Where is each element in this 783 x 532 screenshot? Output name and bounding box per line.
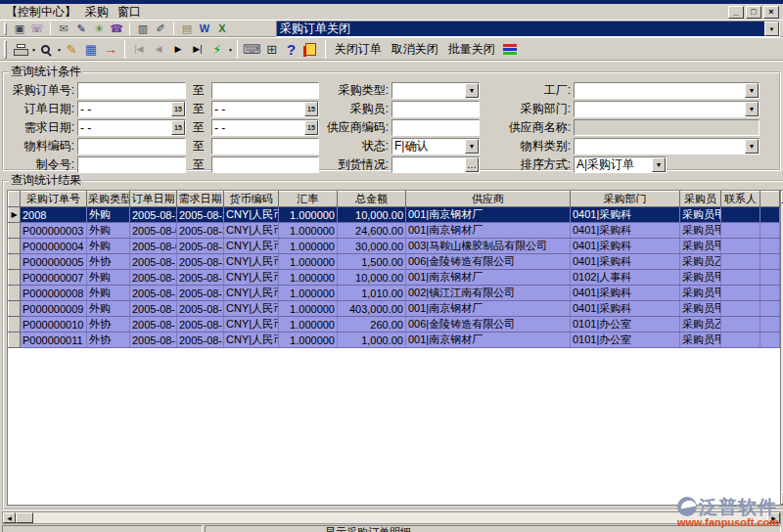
table-cell[interactable]: 2005-08-19 [177,332,224,348]
table-cell[interactable]: 1.000000 [279,301,338,317]
table-cell[interactable]: P000000005 [21,254,87,270]
table-cell[interactable]: CNY|人民币 [224,223,279,239]
column-header[interactable]: 采购部门 [571,192,680,207]
chevron-down-icon[interactable]: ▼ [745,83,759,98]
nav-last-icon[interactable]: ▶| [188,40,207,60]
horizontal-scrollbar[interactable]: ◀ ▶ [2,511,781,524]
order-no-from-input[interactable] [77,82,186,99]
table-cell[interactable]: 260.00 [338,317,406,332]
material-category-combo[interactable]: ▼ [574,138,760,155]
table-cell[interactable]: 采购员甲 [680,239,721,254]
table-cell[interactable]: 2005-08-22 [130,207,177,223]
table-cell[interactable]: CNY|人民币 [224,301,279,317]
order-date-from-input[interactable]: - - 15 [77,101,186,117]
status-combo[interactable]: F|确认 ▼ [392,138,480,155]
menu-purchase[interactable]: 采购 [83,3,115,22]
table-cell[interactable]: 006|金陵铸造有限公司 [406,254,571,270]
table-row[interactable]: ▶2008外购2005-08-222005-08-22CNY|人民币1.0000… [9,207,780,223]
table-cell[interactable]: 外协 [87,332,130,348]
menu-window[interactable]: 窗口 [115,3,148,22]
table-cell[interactable] [721,270,760,286]
table-cell[interactable]: 1.000000 [279,286,338,301]
table-cell[interactable]: 外协 [87,317,130,332]
calendar-icon[interactable]: 15 [171,102,185,116]
column-header[interactable]: 供应商 [406,192,571,207]
mo-no-from-input[interactable] [77,156,186,173]
contacts-icon[interactable]: ⌨ [242,40,262,60]
table-cell[interactable]: 0401|采购科 [571,254,680,270]
ellipsis-icon[interactable]: … [465,157,479,172]
chevron-down-icon[interactable]: ▼ [465,83,479,98]
print-icon[interactable] [11,40,30,60]
restore-button[interactable]: □ [746,6,761,19]
table-cell[interactable]: 2005-08-19 [177,317,224,332]
close-button[interactable]: × [763,6,779,19]
table-cell[interactable]: 1.000000 [279,254,338,270]
row-selector[interactable]: ▶ [9,207,21,223]
table-cell[interactable]: 外协 [87,254,130,270]
globe-icon[interactable]: ✳ [90,22,108,37]
results-grid-viewport[interactable]: 采购订单号采购类型订单日期需求日期货币编码汇率总金额供应商采购部门采购员联系人 … [8,191,780,505]
table-cell[interactable]: 2005-08-17 [177,270,224,286]
table-cell[interactable]: 1,500.00 [338,254,406,270]
table-cell[interactable]: CNY|人民币 [224,270,279,286]
purchase-dept-combo[interactable]: ▼ [574,101,760,117]
table-cell[interactable]: 2005-08-19 [130,332,177,348]
export-icon[interactable]: → [101,40,120,60]
batch-stripes-icon[interactable] [500,40,520,60]
table-cell[interactable]: P000000008 [21,286,87,301]
table-cell[interactable] [721,254,760,270]
table-cell[interactable]: 10,000.00 [338,270,406,286]
table-cell[interactable]: 1.000000 [279,270,338,286]
table-cell[interactable]: 001|南京钢材厂 [406,207,571,223]
table-cell[interactable] [721,317,760,332]
chevron-down-icon[interactable]: ▼ [745,102,759,116]
column-header[interactable]: 汇率 [279,192,338,207]
function-title-combo[interactable]: 采购订单关闭 ▼ [276,21,780,37]
chevron-down-icon[interactable]: ▼ [764,22,779,36]
row-selector[interactable] [9,301,21,317]
note-icon[interactable]: ▤ [178,22,196,37]
row-selector[interactable] [9,286,21,301]
table-cell[interactable]: 0401|采购科 [571,286,680,301]
table-cell[interactable]: 1.000000 [279,317,338,332]
column-header[interactable]: 货币编码 [224,192,279,207]
edit-icon[interactable]: ✎ [62,40,81,60]
table-cell[interactable]: 2005-08-06 [130,239,177,254]
calendar-icon[interactable]: 15 [304,102,318,116]
table-cell[interactable]: 001|南京钢材厂 [406,332,571,348]
table-cell[interactable]: 0101|办公室 [571,332,680,348]
table-cell[interactable] [721,332,760,348]
table-cell[interactable]: 采购员甲 [680,301,721,317]
material-code-from-input[interactable] [77,138,186,155]
menu-control-center[interactable]: 【控制中心】 [4,3,83,22]
word-export-icon[interactable]: W [196,22,213,37]
table-cell[interactable]: 0401|采购科 [571,301,680,317]
material-code-to-input[interactable] [211,138,319,155]
row-selector[interactable] [9,270,21,286]
execute-dropdown-icon[interactable]: ▼ [228,47,233,53]
table-row[interactable]: P000000005外协2005-08-122005-08-30CNY|人民币1… [9,254,780,270]
need-date-to-input[interactable]: - - 15 [211,119,319,136]
design-icon[interactable]: ✐ [152,22,169,37]
table-cell[interactable]: 2005-08-30 [177,239,224,254]
table-cell[interactable]: 2005-08-19 [177,301,224,317]
column-header[interactable]: 总金额 [338,192,406,207]
table-cell[interactable]: 10,000.00 [338,207,406,223]
chevron-down-icon[interactable]: ▼ [745,139,759,154]
table-cell[interactable]: 1.000000 [279,207,338,223]
purchase-type-combo[interactable]: ▼ [392,82,480,99]
row-selector[interactable] [9,223,21,239]
table-cell[interactable]: 2005-08-12 [130,254,177,270]
table-cell[interactable]: 2005-08-30 [177,223,224,239]
table-cell[interactable]: CNY|人民币 [224,207,279,223]
calendar-icon[interactable]: 15 [304,120,318,135]
table-cell[interactable]: CNY|人民币 [224,317,279,332]
excel-export-icon[interactable]: X [213,22,231,37]
order-no-to-input[interactable] [211,82,319,99]
calculator-icon[interactable]: ⊞ [262,40,282,60]
table-cell[interactable]: 2005-08-22 [177,207,224,223]
table-cell[interactable]: 002|镇江江南有限公司 [406,286,571,301]
table-cell[interactable]: 外购 [87,270,130,286]
order-date-to-input[interactable]: - - 15 [211,101,319,117]
